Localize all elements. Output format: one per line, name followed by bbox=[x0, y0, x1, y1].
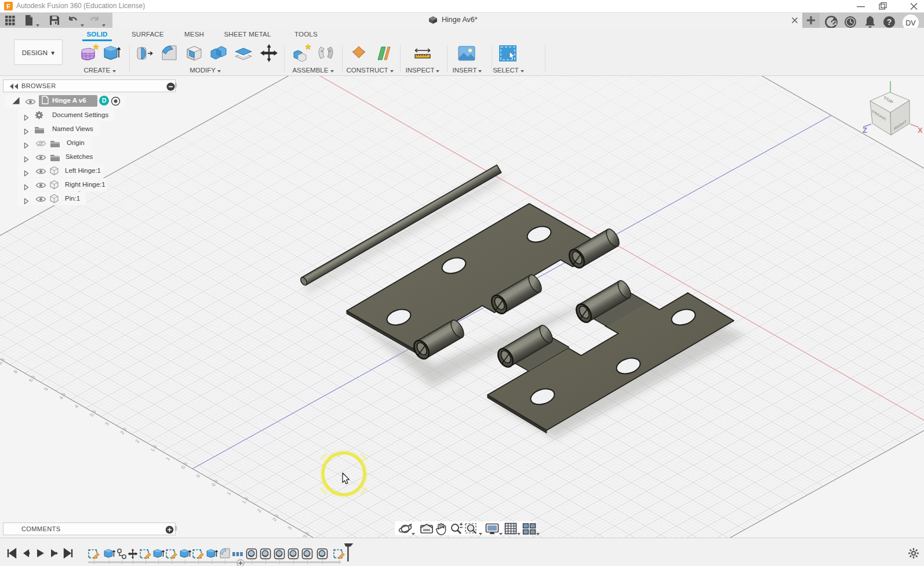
svg-text:2: 2 bbox=[256, 508, 262, 514]
svg-text:X: X bbox=[918, 126, 923, 135]
svg-text:?: ? bbox=[887, 17, 892, 27]
svg-text:2: 2 bbox=[134, 438, 140, 444]
svg-text:5: 5 bbox=[43, 386, 49, 392]
svg-text:F: F bbox=[6, 3, 10, 10]
svg-text:DV: DV bbox=[905, 19, 916, 27]
svg-text:1: 1 bbox=[225, 491, 232, 496]
svg-text:3: 3 bbox=[104, 421, 110, 427]
svg-text:1: 1 bbox=[165, 456, 171, 462]
svg-text:3: 3 bbox=[286, 525, 293, 531]
svg-text:6: 6 bbox=[12, 369, 19, 375]
svg-text:4: 4 bbox=[73, 404, 79, 409]
svg-text:0: 0 bbox=[195, 473, 201, 479]
svg-text:Z: Z bbox=[863, 126, 867, 135]
